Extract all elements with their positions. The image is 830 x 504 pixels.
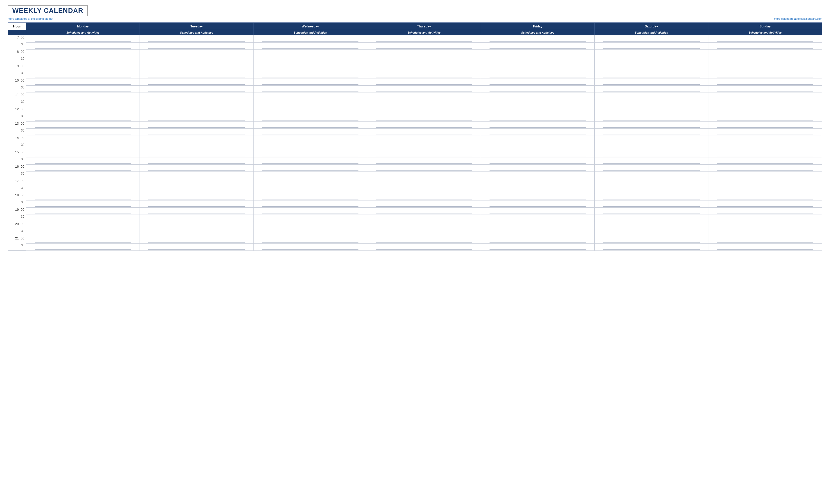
schedule-cell[interactable] <box>595 193 708 200</box>
schedule-cell-half[interactable] <box>140 158 254 165</box>
schedule-cell-half[interactable] <box>595 86 708 93</box>
schedule-cell[interactable] <box>708 50 822 57</box>
schedule-cell-half[interactable] <box>254 71 367 78</box>
schedule-cell[interactable] <box>595 165 708 172</box>
schedule-cell-half[interactable] <box>708 86 822 93</box>
schedule-cell-half[interactable] <box>140 243 254 251</box>
schedule-cell-half[interactable] <box>481 100 595 107</box>
schedule-cell-half[interactable] <box>254 158 367 165</box>
schedule-cell-half[interactable] <box>367 129 481 136</box>
schedule-cell-half[interactable] <box>481 86 595 93</box>
schedule-cell-half[interactable] <box>367 86 481 93</box>
schedule-cell[interactable] <box>708 165 822 172</box>
schedule-cell[interactable] <box>367 179 481 186</box>
schedule-cell[interactable] <box>481 179 595 186</box>
schedule-cell-half[interactable] <box>367 114 481 122</box>
schedule-cell-half[interactable] <box>595 186 708 193</box>
schedule-cell-half[interactable] <box>26 172 140 179</box>
schedule-cell[interactable] <box>367 193 481 200</box>
schedule-cell[interactable] <box>708 236 822 243</box>
schedule-cell-half[interactable] <box>367 158 481 165</box>
schedule-cell[interactable] <box>140 122 254 129</box>
schedule-cell-half[interactable] <box>481 114 595 122</box>
schedule-cell[interactable] <box>367 208 481 215</box>
schedule-cell[interactable] <box>26 136 140 143</box>
schedule-cell-half[interactable] <box>595 200 708 208</box>
schedule-cell-half[interactable] <box>708 243 822 251</box>
schedule-cell-half[interactable] <box>140 71 254 78</box>
schedule-cell[interactable] <box>26 165 140 172</box>
schedule-cell-half[interactable] <box>481 215 595 222</box>
schedule-cell[interactable] <box>367 165 481 172</box>
schedule-cell-half[interactable] <box>595 42 708 50</box>
schedule-cell[interactable] <box>708 122 822 129</box>
schedule-cell[interactable] <box>254 107 367 114</box>
schedule-cell-half[interactable] <box>140 200 254 208</box>
schedule-cell-half[interactable] <box>254 100 367 107</box>
schedule-cell-half[interactable] <box>140 57 254 64</box>
schedule-cell[interactable] <box>367 122 481 129</box>
schedule-cell-half[interactable] <box>254 243 367 251</box>
schedule-cell-half[interactable] <box>26 42 140 50</box>
schedule-cell[interactable] <box>708 136 822 143</box>
schedule-cell[interactable] <box>140 193 254 200</box>
schedule-cell[interactable] <box>140 222 254 229</box>
schedule-cell-half[interactable] <box>254 200 367 208</box>
schedule-cell[interactable] <box>481 236 595 243</box>
schedule-cell-half[interactable] <box>367 57 481 64</box>
schedule-cell[interactable] <box>367 136 481 143</box>
right-link[interactable]: more calendars at excelcalendars.com <box>774 17 822 20</box>
schedule-cell-half[interactable] <box>254 114 367 122</box>
schedule-cell-half[interactable] <box>140 172 254 179</box>
schedule-cell-half[interactable] <box>708 186 822 193</box>
schedule-cell[interactable] <box>26 179 140 186</box>
schedule-cell[interactable] <box>595 35 708 42</box>
schedule-cell-half[interactable] <box>481 158 595 165</box>
schedule-cell-half[interactable] <box>254 57 367 64</box>
schedule-cell[interactable] <box>595 236 708 243</box>
schedule-cell[interactable] <box>595 64 708 71</box>
schedule-cell[interactable] <box>481 64 595 71</box>
schedule-cell-half[interactable] <box>26 57 140 64</box>
schedule-cell-half[interactable] <box>254 186 367 193</box>
schedule-cell-half[interactable] <box>140 229 254 236</box>
schedule-cell-half[interactable] <box>26 215 140 222</box>
schedule-cell-half[interactable] <box>481 229 595 236</box>
schedule-cell[interactable] <box>140 179 254 186</box>
schedule-cell[interactable] <box>254 78 367 86</box>
schedule-cell-half[interactable] <box>367 42 481 50</box>
schedule-cell-half[interactable] <box>708 143 822 150</box>
schedule-cell-half[interactable] <box>595 215 708 222</box>
schedule-cell-half[interactable] <box>367 229 481 236</box>
schedule-cell-half[interactable] <box>254 42 367 50</box>
schedule-cell[interactable] <box>140 107 254 114</box>
schedule-cell[interactable] <box>26 208 140 215</box>
schedule-cell-half[interactable] <box>481 186 595 193</box>
schedule-cell-half[interactable] <box>26 229 140 236</box>
schedule-cell[interactable] <box>595 208 708 215</box>
schedule-cell[interactable] <box>254 193 367 200</box>
schedule-cell[interactable] <box>254 50 367 57</box>
schedule-cell-half[interactable] <box>254 86 367 93</box>
schedule-cell-half[interactable] <box>140 100 254 107</box>
schedule-cell[interactable] <box>26 193 140 200</box>
schedule-cell[interactable] <box>140 64 254 71</box>
schedule-cell[interactable] <box>254 150 367 158</box>
schedule-cell-half[interactable] <box>481 71 595 78</box>
schedule-cell-half[interactable] <box>481 243 595 251</box>
schedule-cell-half[interactable] <box>367 243 481 251</box>
schedule-cell-half[interactable] <box>708 129 822 136</box>
schedule-cell-half[interactable] <box>254 143 367 150</box>
schedule-cell[interactable] <box>595 150 708 158</box>
schedule-cell-half[interactable] <box>481 42 595 50</box>
schedule-cell[interactable] <box>481 136 595 143</box>
schedule-cell-half[interactable] <box>367 200 481 208</box>
schedule-cell[interactable] <box>595 50 708 57</box>
schedule-cell[interactable] <box>254 222 367 229</box>
schedule-cell[interactable] <box>140 136 254 143</box>
schedule-cell-half[interactable] <box>26 100 140 107</box>
schedule-cell-half[interactable] <box>481 57 595 64</box>
schedule-cell[interactable] <box>708 35 822 42</box>
schedule-cell-half[interactable] <box>140 215 254 222</box>
schedule-cell[interactable] <box>367 78 481 86</box>
